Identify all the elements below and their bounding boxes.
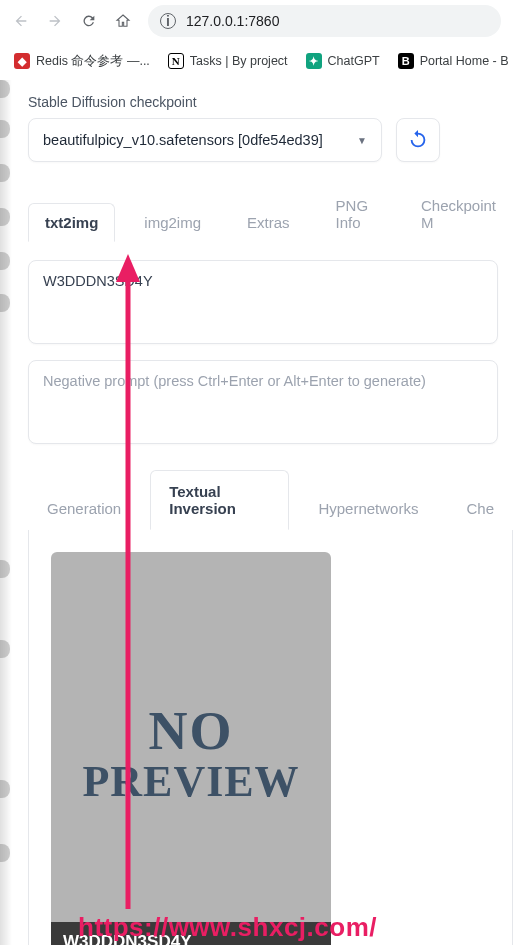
redis-icon: ◆ (14, 53, 30, 69)
left-window-edge (0, 80, 12, 945)
checkpoint-label: Stable Diffusion checkpoint (28, 94, 513, 110)
tab-pnginfo[interactable]: PNG Info (319, 186, 392, 242)
chatgpt-icon: ✦ (306, 53, 322, 69)
checkpoint-row: beautifulpicy_v10.safetensors [0dfe54ed3… (28, 118, 513, 162)
subtab-checkpoints[interactable]: Che (447, 487, 513, 530)
refresh-icon (407, 129, 429, 151)
subtab-textual-inversion[interactable]: Textual Inversion (150, 470, 289, 530)
card-label: W3DDDN3SD4Y (51, 922, 331, 945)
back-button[interactable] (12, 12, 30, 30)
notion-icon: N (168, 53, 184, 69)
portal-icon: B (398, 53, 414, 69)
negative-prompt-textarea[interactable]: Negative prompt (press Ctrl+Enter or Alt… (28, 360, 498, 444)
checkpoint-select[interactable]: beautifulpicy_v10.safetensors [0dfe54ed3… (28, 118, 382, 162)
extra-networks-tabs: Generation Textual Inversion Hypernetwor… (28, 470, 513, 530)
bookmark-redis[interactable]: ◆ Redis 命令参考 —... (14, 53, 150, 70)
prompt-textarea[interactable]: W3DDDN3SD4Y (28, 260, 498, 344)
cards-container: NO PREVIEW W3DDDN3SD4Y (28, 530, 513, 945)
chevron-down-icon: ▼ (357, 135, 367, 146)
no-preview-placeholder: NO PREVIEW (82, 707, 299, 807)
site-info-icon[interactable]: i (160, 13, 176, 29)
browser-toolbar: i 127.0.0.1:7860 (0, 0, 513, 42)
subtab-generation[interactable]: Generation (28, 487, 140, 530)
forward-button[interactable] (46, 12, 64, 30)
main-tabs: txt2img img2img Extras PNG Info Checkpoi… (28, 186, 513, 242)
checkpoint-value: beautifulpicy_v10.safetensors [0dfe54ed3… (43, 132, 323, 148)
reload-button[interactable] (80, 12, 98, 30)
home-button[interactable] (114, 12, 132, 30)
bookmark-chatgpt[interactable]: ✦ ChatGPT (306, 53, 380, 69)
refresh-checkpoints-button[interactable] (396, 118, 440, 162)
bookmarks-bar: ◆ Redis 命令参考 —... N Tasks | By project ✦… (0, 42, 513, 80)
tab-img2img[interactable]: img2img (127, 203, 218, 242)
tab-extras[interactable]: Extras (230, 203, 307, 242)
subtab-hypernetworks[interactable]: Hypernetworks (299, 487, 437, 530)
tab-checkpoint-merger[interactable]: Checkpoint M (404, 186, 513, 242)
url-text: 127.0.0.1:7860 (186, 13, 279, 29)
app-content: Stable Diffusion checkpoint beautifulpic… (0, 80, 513, 945)
bookmark-notion[interactable]: N Tasks | By project (168, 53, 288, 69)
address-bar[interactable]: i 127.0.0.1:7860 (148, 5, 501, 37)
bookmark-portal[interactable]: B Portal Home - B (398, 53, 509, 69)
tab-txt2img[interactable]: txt2img (28, 203, 115, 242)
extra-networks-panel: Generation Textual Inversion Hypernetwor… (28, 470, 513, 945)
embedding-card[interactable]: NO PREVIEW W3DDDN3SD4Y (51, 552, 331, 945)
